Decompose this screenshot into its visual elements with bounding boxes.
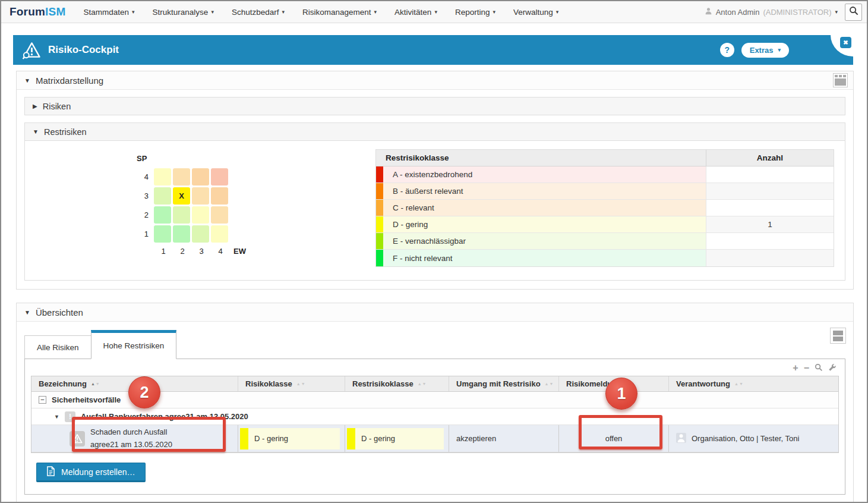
- annotation-marker-2: 2: [128, 376, 160, 408]
- column-label: Verantwortung: [676, 379, 730, 388]
- matrix-cell: [192, 206, 209, 224]
- table-search-button[interactable]: [815, 363, 823, 373]
- matrix-col-label: 1: [154, 247, 173, 256]
- table-view-button[interactable]: [833, 73, 848, 87]
- riskclass-color-bar: [376, 200, 383, 216]
- tab-hohe-restrisiken[interactable]: Hohe Restrisiken: [91, 330, 177, 359]
- subpanel-title: Restrisiken: [44, 127, 87, 137]
- risiken-subpanel-header[interactable]: ▶ Risiken: [25, 98, 845, 115]
- collapse-group-icon[interactable]: −: [39, 396, 46, 404]
- uebersichten-section-header[interactable]: ▼ Übersichten: [17, 303, 853, 322]
- chevron-down-icon: ▾: [835, 9, 838, 15]
- matrix-row: 2: [137, 206, 246, 224]
- user-menu[interactable]: Anton Admin (ADMINISTRATOR) ▾: [705, 7, 838, 17]
- collapse-all-button[interactable]: −: [804, 363, 809, 373]
- chevron-down-icon: ▾: [374, 9, 377, 15]
- sort-down-icon: ▼: [422, 382, 427, 386]
- topbar-right-area: Anton Admin (ADMINISTRATOR) ▾: [705, 4, 862, 21]
- umgang-value: akzeptieren: [456, 434, 496, 443]
- column-header-restrisikoklasse[interactable]: Restrisikoklasse ▲▼: [345, 376, 449, 391]
- column-label: Risikoklasse: [245, 379, 292, 388]
- table-settings-button[interactable]: [828, 363, 837, 373]
- riskclass-count: [706, 250, 834, 266]
- riskclass-color-bar: [376, 233, 383, 249]
- menu-item-strukturanalyse[interactable]: Strukturanalyse▾: [153, 8, 214, 17]
- matrix-x-axis: 1 2 3 4 EW: [154, 247, 246, 256]
- matrix-col-label: 3: [192, 247, 211, 256]
- triangle-right-icon: ▶: [33, 103, 37, 109]
- annotation-rect-offen: [579, 415, 662, 449]
- sort-down-icon: ▼: [739, 382, 743, 386]
- menu-item-aktivitaeten[interactable]: Aktivitäten▾: [394, 8, 437, 17]
- matrix-row-label: 4: [137, 172, 149, 181]
- group-label: Sicherheitsvorfälle: [52, 395, 121, 404]
- user-name: Anton Admin: [716, 8, 760, 17]
- matrix-cell: [154, 225, 171, 243]
- riskclass-row: F - nicht relevant: [376, 250, 834, 266]
- restrisiken-body: SP 4 3 X: [25, 140, 845, 280]
- search-icon: [849, 6, 858, 18]
- column-header-umgang[interactable]: Umgang mit Restrisiko ▲▼: [449, 376, 559, 391]
- matrix-cell: [173, 225, 190, 243]
- matrix-cell: [211, 168, 228, 186]
- cockpit-actions: ? Extras ▾: [720, 43, 789, 58]
- risk-class-label: D - gering: [248, 428, 340, 449]
- restrisiken-subpanel-header[interactable]: ▼ Restrisiken: [25, 123, 845, 140]
- list-view-button[interactable]: [830, 328, 846, 344]
- column-header-restrisikoklasse: Restrisikoklasse: [376, 150, 706, 166]
- matrix-cell: [173, 168, 190, 186]
- column-header-risikoklasse[interactable]: Risikoklasse ▲▼: [238, 376, 345, 391]
- risk-matrix: SP 4 3 X: [137, 149, 246, 256]
- app-logo[interactable]: ForumISM: [10, 5, 66, 18]
- help-button[interactable]: ?: [720, 43, 734, 57]
- top-navigation-bar: ForumISM Stammdaten▾ Strukturanalyse▾ Sc…: [1, 1, 867, 23]
- search-button[interactable]: [845, 4, 862, 21]
- close-button[interactable]: ✖: [840, 37, 851, 48]
- triangle-down-icon[interactable]: ▼: [54, 414, 59, 420]
- sort-up-icon: ▲: [418, 382, 422, 386]
- person-icon: [676, 433, 686, 445]
- column-label: Bezeichnung: [39, 379, 87, 388]
- matrix-cell: [211, 225, 228, 243]
- menu-item-schutzbedarf[interactable]: Schutzbedarf▾: [232, 8, 285, 17]
- create-report-label: Meldung erstellen…: [61, 467, 135, 477]
- chevron-down-icon: ▾: [282, 9, 285, 15]
- menu-item-reporting[interactable]: Reporting▾: [455, 8, 495, 17]
- column-header-verantwortung[interactable]: Verantwortung ▲▼: [669, 376, 838, 391]
- expand-all-button[interactable]: +: [793, 363, 798, 373]
- extras-label: Extras: [750, 46, 774, 55]
- create-report-button[interactable]: Meldung erstellen…: [36, 463, 146, 482]
- column-label: Restrisikoklasse: [352, 379, 414, 388]
- sort-icons: ▲▼: [734, 382, 743, 386]
- verantwortung-value: Organisation, Otto | Tester, Toni: [692, 434, 799, 443]
- riskclass-count: [706, 166, 834, 183]
- riskclass-row: C - relevant: [376, 200, 834, 216]
- wrench-icon: [828, 363, 837, 373]
- sort-down-icon: ▼: [301, 382, 305, 386]
- subpanel-title: Risiken: [43, 102, 71, 111]
- matrix-y-axis-label: SP: [137, 154, 246, 163]
- sort-up-icon: ▲: [91, 382, 95, 386]
- riskclass-color-bar: [376, 166, 383, 183]
- matrixdarstellung-section-header[interactable]: ▼ Matrixdarstellung: [17, 71, 853, 90]
- risiken-subpanel: ▶ Risiken: [24, 97, 845, 115]
- sort-icons: ▲▼: [545, 382, 554, 386]
- menu-item-risikomanagement[interactable]: Risikomanagement▾: [302, 8, 377, 17]
- column-label: Umgang mit Restrisiko: [456, 379, 541, 388]
- matrix-cell-marked: X: [173, 187, 190, 205]
- minus-icon: −: [804, 363, 809, 373]
- logo-part-forum: Forum: [10, 5, 45, 18]
- matrixdarstellung-body: ▶ Risiken ▼ Restrisiken SP 4: [17, 90, 853, 289]
- matrix-row: 1: [137, 225, 246, 243]
- tab-alle-risiken[interactable]: Alle Risiken: [24, 335, 91, 359]
- menu-item-stammdaten[interactable]: Stammdaten▾: [84, 8, 135, 17]
- matrix-cell: [154, 168, 171, 186]
- table-toolbar: + −: [31, 361, 839, 375]
- menu-label: Stammdaten: [84, 8, 130, 17]
- cell-restrisikoklasse: D - gering: [345, 425, 449, 452]
- residual-risk-class-label: D - gering: [355, 428, 444, 449]
- triangle-down-icon: ▼: [24, 77, 30, 84]
- cell-verantwortung: Organisation, Otto | Tester, Toni: [669, 425, 838, 452]
- extras-button[interactable]: Extras ▾: [741, 43, 789, 58]
- menu-item-verwaltung[interactable]: Verwaltung▾: [513, 8, 558, 17]
